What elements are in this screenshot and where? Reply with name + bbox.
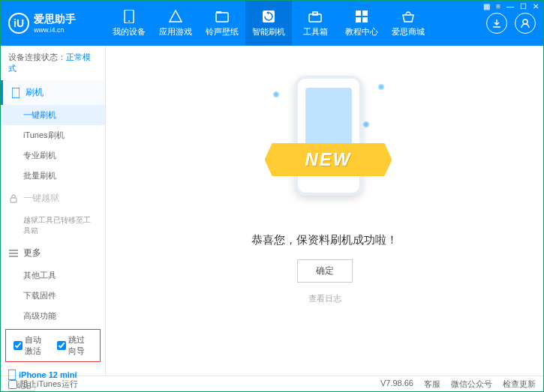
header: iU 爱思助手 www.i4.cn 我的设备 应用游戏 铃声壁纸 智能刷机 工具… — [1, 1, 543, 46]
apps-icon — [168, 10, 183, 23]
ok-button[interactable]: 确定 — [297, 259, 353, 283]
nav: 我的设备 应用游戏 铃声壁纸 智能刷机 工具箱 教程中心 爱思商城 — [106, 1, 486, 46]
grid-icon — [354, 10, 369, 23]
svg-rect-12 — [12, 88, 20, 98]
sidebar-group-jailbreak[interactable]: 一键越狱 — [1, 186, 105, 211]
svg-rect-6 — [313, 12, 317, 15]
phone-icon — [11, 88, 21, 98]
sidebar-item-batch[interactable]: 批量刷机 — [1, 166, 105, 186]
lock-icon — [8, 193, 19, 204]
nav-flash[interactable]: 智能刷机 — [245, 1, 292, 46]
folder-icon — [215, 10, 230, 23]
nav-label: 爱思商城 — [392, 26, 425, 37]
nav-label: 应用游戏 — [159, 26, 192, 37]
nav-label: 工具箱 — [303, 26, 328, 37]
view-log-link[interactable]: 查看日志 — [308, 293, 341, 304]
wechat-link[interactable]: 微信公众号 — [451, 379, 492, 390]
auto-activate-checkbox[interactable]: 自动激活 — [14, 334, 50, 357]
logo-icon: iU — [8, 13, 29, 34]
svg-rect-9 — [356, 17, 361, 22]
success-illustration: NEW — [257, 68, 392, 218]
nav-my-device[interactable]: 我的设备 — [106, 1, 152, 46]
update-link[interactable]: 检查更新 — [503, 379, 536, 390]
sidebar-label: 刷机 — [26, 86, 44, 99]
version-label: V7.98.66 — [380, 379, 413, 390]
support-link[interactable]: 客服 — [424, 379, 440, 390]
connection-status: 设备连接状态：正常模式 — [1, 46, 105, 80]
sidebar: 设备连接状态：正常模式 刷机 一键刷机 iTunes刷机 专业刷机 批量刷机 一… — [1, 46, 106, 376]
jailbreak-note: 越狱工具已转移至工具箱 — [1, 211, 105, 241]
skip-guide-checkbox[interactable]: 跳过向导 — [57, 334, 93, 357]
maximize-icon[interactable]: ☐ — [520, 2, 527, 10]
sidebar-item-oneclick[interactable]: 一键刷机 — [1, 105, 105, 125]
svg-rect-2 — [216, 13, 228, 22]
sidebar-item-itunes[interactable]: iTunes刷机 — [1, 125, 105, 145]
nav-tutorials[interactable]: 教程中心 — [338, 1, 385, 46]
nav-toolbox[interactable]: 工具箱 — [292, 1, 338, 46]
nav-ringtones[interactable]: 铃声壁纸 — [199, 1, 245, 46]
menu-icon[interactable]: ▦ — [483, 2, 490, 10]
download-button[interactable] — [486, 13, 507, 34]
menu-icon — [8, 248, 19, 259]
sidebar-group-flash[interactable]: 刷机 — [1, 80, 105, 105]
minimize-icon[interactable]: — — [506, 2, 514, 10]
user-button[interactable] — [515, 13, 536, 34]
sidebar-group-more[interactable]: 更多 — [1, 241, 105, 265]
toolbox-icon — [308, 10, 323, 23]
nav-label: 教程中心 — [345, 26, 378, 37]
svg-rect-13 — [11, 198, 17, 202]
block-itunes-checkbox[interactable]: 阻止iTunes运行 — [8, 379, 78, 390]
list-icon[interactable]: ≡ — [496, 2, 500, 10]
refresh-icon — [261, 10, 276, 23]
svg-rect-7 — [356, 10, 361, 16]
sidebar-item-advanced[interactable]: 高级功能 — [1, 306, 105, 326]
nav-store[interactable]: 爱思商城 — [385, 1, 431, 46]
window-controls: ▦ ≡ — ☐ ✕ — [483, 2, 539, 10]
logo[interactable]: iU 爱思助手 www.i4.cn — [8, 13, 106, 34]
svg-point-11 — [523, 19, 527, 24]
nav-label: 我的设备 — [113, 26, 146, 37]
main-content: NEW 恭喜您，保资料刷机成功啦！ 确定 查看日志 — [106, 46, 543, 376]
svg-rect-10 — [362, 17, 368, 22]
phone-icon — [122, 10, 137, 23]
sidebar-label: 更多 — [23, 247, 41, 259]
svg-point-1 — [128, 20, 130, 22]
nav-label: 智能刷机 — [252, 26, 285, 37]
app-url: www.i4.cn — [34, 26, 76, 34]
svg-rect-3 — [216, 11, 221, 13]
success-message: 恭喜您，保资料刷机成功啦！ — [251, 233, 398, 247]
app-title: 爱思助手 — [34, 13, 76, 26]
sidebar-item-download[interactable]: 下载固件 — [1, 286, 105, 306]
sidebar-item-pro[interactable]: 专业刷机 — [1, 145, 105, 166]
nav-label: 铃声壁纸 — [206, 26, 239, 37]
svg-rect-8 — [362, 10, 368, 16]
sidebar-item-other[interactable]: 其他工具 — [1, 265, 105, 286]
options-row: 自动激活 跳过向导 — [5, 329, 101, 362]
store-icon — [401, 10, 416, 23]
close-icon[interactable]: ✕ — [533, 2, 539, 10]
sidebar-label: 一键越狱 — [23, 192, 59, 205]
new-ribbon: NEW — [265, 143, 392, 176]
nav-apps[interactable]: 应用游戏 — [152, 1, 199, 46]
